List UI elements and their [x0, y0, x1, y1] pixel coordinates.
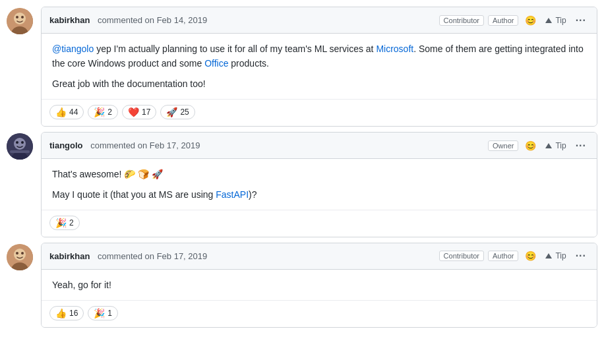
comment-block-comment-2: tiangolo commented on Feb 17, 2019Owner😊…	[0, 132, 604, 237]
comment-body: That's awesome! 🌮 🍞 🚀May I quote it (tha…	[42, 159, 597, 210]
badge-author: Author	[488, 251, 518, 261]
reaction-count: 1	[107, 309, 112, 318]
reaction-count: 16	[69, 309, 78, 318]
reaction-emoji: 👍	[55, 308, 67, 318]
comment-meta: tiangolo commented on Feb 17, 2019	[49, 140, 200, 150]
comment-body: Yeah, go for it!	[42, 270, 597, 300]
avatar	[7, 244, 33, 270]
avatar	[7, 133, 33, 160]
emoji-reaction-button[interactable]: 😊	[522, 249, 539, 262]
comment-actions: Owner😊Tip···	[488, 138, 589, 153]
comment-date: commented on Feb 14, 2019	[98, 15, 207, 25]
comment-text: Great job with the documentation too!	[52, 76, 586, 91]
reaction-emoji: 🎉	[94, 107, 105, 117]
emoji-reaction-button[interactable]: 😊	[522, 139, 539, 152]
svg-point-1	[14, 13, 26, 24]
reaction-count: 2	[69, 218, 74, 228]
comment-container: kabirkhan commented on Feb 14, 2019Contr…	[41, 7, 597, 127]
comment-author-name[interactable]: kabirkhan	[49, 15, 90, 25]
comment-text: May I quote it (that you at MS are using…	[52, 187, 586, 202]
reaction-button[interactable]: 🎉2	[49, 216, 80, 230]
more-options-button[interactable]: ···	[573, 138, 589, 153]
reaction-count: 44	[69, 107, 78, 117]
more-options-button[interactable]: ···	[573, 13, 589, 28]
reaction-button[interactable]: 🚀25	[160, 105, 195, 119]
reaction-emoji: ❤️	[128, 107, 139, 117]
svg-rect-10	[10, 150, 30, 153]
comment-header: kabirkhan commented on Feb 17, 2019Contr…	[42, 243, 597, 270]
svg-point-9	[21, 141, 24, 144]
comment-meta: kabirkhan commented on Feb 17, 2019	[49, 251, 207, 261]
comment-block-comment-1: kabirkhan commented on Feb 14, 2019Contr…	[0, 7, 604, 127]
tip-icon	[545, 18, 552, 23]
comment-text: Yeah, go for it!	[52, 278, 586, 292]
comment-author-name[interactable]: kabirkhan	[49, 251, 90, 261]
emoji-reaction-button[interactable]: 😊	[522, 14, 539, 27]
tip-icon	[545, 143, 552, 148]
svg-point-15	[21, 252, 24, 255]
svg-point-8	[16, 141, 18, 144]
tip-button[interactable]: Tip	[543, 250, 568, 262]
svg-point-6	[14, 138, 26, 150]
reaction-count: 2	[107, 107, 112, 117]
reaction-button[interactable]: 🎉2	[88, 105, 118, 119]
tip-label: Tip	[555, 141, 566, 150]
svg-point-3	[16, 16, 18, 18]
reactions-bar: 👍44🎉2❤️17🚀25	[42, 99, 597, 126]
comment-actions: ContributorAuthor😊Tip···	[439, 13, 589, 28]
reaction-emoji: 🎉	[94, 308, 105, 318]
badge-contributor: Contributor	[439, 251, 484, 261]
comment-text: That's awesome! 🌮 🍞 🚀	[52, 167, 586, 181]
comments-list: kabirkhan commented on Feb 14, 2019Contr…	[0, 7, 604, 328]
reaction-button[interactable]: 🎉1	[88, 306, 118, 320]
more-options-button[interactable]: ···	[573, 249, 589, 263]
tip-label: Tip	[555, 16, 566, 25]
tip-button[interactable]: Tip	[543, 15, 568, 26]
comment-date: commented on Feb 17, 2019	[98, 251, 207, 261]
comment-actions: ContributorAuthor😊Tip···	[439, 249, 589, 263]
highlighted-text: Microsoft	[376, 44, 413, 54]
tip-button[interactable]: Tip	[543, 140, 568, 152]
reaction-count: 25	[180, 107, 189, 117]
comment-body: @tiangolo yep I'm actually planning to u…	[42, 34, 597, 99]
mention-link[interactable]: @tiangolo	[52, 44, 94, 54]
badge-owner: Owner	[488, 140, 518, 151]
comment-meta: kabirkhan commented on Feb 14, 2019	[49, 15, 207, 25]
badge-contributor: Contributor	[439, 15, 484, 26]
comment-header: tiangolo commented on Feb 17, 2019Owner😊…	[42, 133, 597, 159]
reaction-emoji: 👍	[55, 107, 67, 117]
badge-author: Author	[488, 15, 518, 26]
comment-container: kabirkhan commented on Feb 17, 2019Contr…	[41, 243, 597, 328]
reaction-count: 17	[142, 107, 150, 117]
reaction-button[interactable]: 👍16	[49, 306, 84, 320]
svg-point-12	[14, 249, 26, 260]
highlighted-text: Office	[204, 58, 228, 69]
reactions-bar: 🎉2	[42, 210, 597, 237]
comment-author-name[interactable]: tiangolo	[49, 140, 83, 150]
comment-container: tiangolo commented on Feb 17, 2019Owner😊…	[41, 132, 597, 237]
comment-text: @tiangolo yep I'm actually planning to u…	[52, 42, 586, 71]
avatar	[7, 8, 33, 34]
reaction-emoji: 🎉	[55, 218, 67, 228]
comment-date: commented on Feb 17, 2019	[90, 140, 200, 150]
reaction-button[interactable]: 👍44	[49, 105, 84, 119]
comment-header: kabirkhan commented on Feb 14, 2019Contr…	[42, 7, 597, 34]
reactions-bar: 👍16🎉1	[42, 300, 597, 327]
reaction-emoji: 🚀	[166, 107, 177, 117]
tip-icon	[545, 253, 552, 258]
highlighted-text: FastAPI	[216, 189, 249, 200]
svg-point-14	[16, 252, 18, 255]
svg-point-4	[21, 16, 24, 18]
tip-label: Tip	[555, 251, 566, 260]
reaction-button[interactable]: ❤️17	[122, 105, 156, 119]
comment-block-comment-3: kabirkhan commented on Feb 17, 2019Contr…	[0, 243, 604, 328]
